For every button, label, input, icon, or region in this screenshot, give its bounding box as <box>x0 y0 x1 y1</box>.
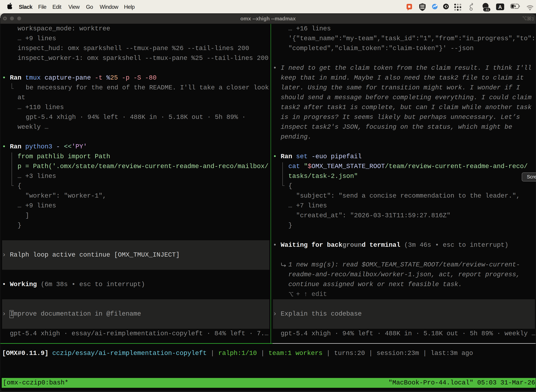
svg-text:A: A <box>498 4 502 10</box>
svg-text:1: 1 <box>531 16 534 21</box>
svg-text:..61: ..61 <box>484 8 489 11</box>
